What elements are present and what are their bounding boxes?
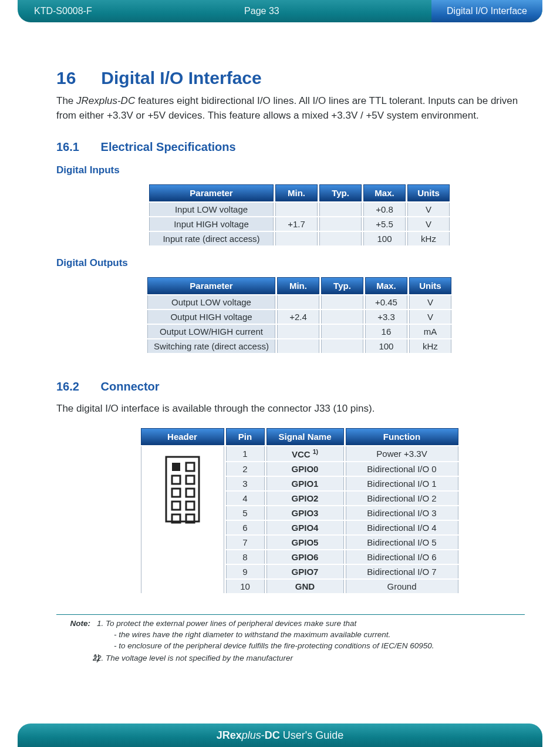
cell-signal: GPIO6 xyxy=(266,550,344,564)
cell-pin: 10 xyxy=(226,580,265,593)
table-row: Input rate (direct access)100kHz xyxy=(149,232,450,245)
table-row: Output LOW/HIGH current16mA xyxy=(147,325,451,338)
cell-max: 100 xyxy=(363,232,406,245)
section-title: Digital I/O Interface xyxy=(101,68,261,88)
subsection-16-1: 16.1 Electrical Specifications xyxy=(56,140,525,154)
cell-typ xyxy=(321,325,363,338)
cell-units: kHz xyxy=(409,339,451,353)
svg-rect-5 xyxy=(172,489,180,497)
cell-min: +1.7 xyxy=(275,217,318,231)
cell-signal: GND xyxy=(266,580,344,593)
col-min: Min. xyxy=(277,277,319,294)
cell-typ xyxy=(321,295,363,309)
cell-signal: GPIO3 xyxy=(266,506,344,520)
cell-pin: 7 xyxy=(226,536,265,549)
table-row: Input HIGH voltage+1.7+5.5V xyxy=(149,217,450,231)
col-parameter: Parameter xyxy=(149,184,274,201)
cell-typ xyxy=(319,217,362,231)
cell-max: +0.8 xyxy=(363,203,406,216)
cell-pin: 5 xyxy=(226,506,265,520)
cell-param: Switching rate (direct access) xyxy=(147,339,275,353)
notes-rule xyxy=(56,614,525,615)
header-pin-icon xyxy=(164,455,201,524)
cell-max: 16 xyxy=(365,325,407,338)
cell-typ xyxy=(319,232,362,245)
cell-units: V xyxy=(407,203,450,216)
cell-signal: GPIO2 xyxy=(266,492,344,505)
table-row: 1VCC 1)Power +3.3V xyxy=(141,446,458,461)
svg-rect-4 xyxy=(186,476,194,484)
connector-table: Header Pin Signal Name Function 1VCC 1)P… xyxy=(139,427,460,594)
subsection-title: Connector xyxy=(101,380,160,393)
cell-units: V xyxy=(407,217,450,231)
cell-max: +5.5 xyxy=(363,217,406,231)
svg-rect-3 xyxy=(172,476,180,484)
cell-function: Bidirectional I/O 4 xyxy=(346,521,458,534)
cell-units: V xyxy=(409,310,451,324)
col-signal: Signal Name xyxy=(266,428,344,445)
col-parameter: Parameter xyxy=(147,277,275,294)
notes-list: To protect the external power lines of p… xyxy=(95,618,434,665)
col-function: Function xyxy=(346,428,458,445)
cell-pin: 6 xyxy=(226,521,265,534)
table-row: Switching rate (direct access)100kHz xyxy=(147,339,451,353)
section-number: 16 xyxy=(56,68,96,88)
table-row: Output HIGH voltage+2.4+3.3V xyxy=(147,310,451,324)
cell-function: Bidirectional I/O 0 xyxy=(346,462,458,476)
cell-units: kHz xyxy=(407,232,450,245)
outputs-body: Output LOW voltage+0.45VOutput HIGH volt… xyxy=(147,295,451,353)
note-item: The voltage level is not specified by th… xyxy=(106,653,434,664)
cell-min xyxy=(277,325,319,338)
col-typ: Typ. xyxy=(321,277,363,294)
page-number: Page 33 xyxy=(92,6,431,16)
section-heading: 16 Digital I/O Interface xyxy=(56,68,525,88)
svg-rect-7 xyxy=(172,502,180,510)
doc-id: KTD-S0008-F xyxy=(18,6,92,16)
cell-pin: 9 xyxy=(226,565,265,578)
digital-inputs-table: Parameter Min. Typ. Max. Units Input LOW… xyxy=(147,183,451,247)
svg-rect-2 xyxy=(186,463,194,471)
intro-paragraph: The JRexplus-DC features eight bidirecti… xyxy=(56,94,525,123)
notes-label: Note: xyxy=(56,618,95,665)
cell-param: Input HIGH voltage xyxy=(149,217,274,231)
col-pin: Pin xyxy=(226,428,265,445)
cell-param: Input rate (direct access) xyxy=(149,232,274,245)
cell-typ xyxy=(321,310,363,324)
digital-outputs-heading: Digital Outputs xyxy=(56,257,525,269)
digital-outputs-table: Parameter Min. Typ. Max. Units Output LO… xyxy=(146,276,453,354)
cell-function: Power +3.3V xyxy=(346,446,458,461)
subsection-title: Electrical Specifications xyxy=(101,140,236,153)
cell-signal: GPIO7 xyxy=(266,565,344,578)
cell-function: Bidirectional I/O 5 xyxy=(346,536,458,549)
cell-signal: GPIO4 xyxy=(266,521,344,534)
cell-signal: VCC 1) xyxy=(266,446,344,461)
cell-max: +0.45 xyxy=(365,295,407,309)
cell-typ xyxy=(321,339,363,353)
cell-units: mA xyxy=(409,325,451,338)
cell-function: Bidirectional I/O 3 xyxy=(346,506,458,520)
cell-min xyxy=(275,232,318,245)
cell-function: Bidirectional I/O 1 xyxy=(346,477,458,490)
subsection-number: 16.1 xyxy=(56,140,97,154)
digital-inputs-heading: Digital Inputs xyxy=(56,164,525,176)
connector-intro: The digital I/O interface is available t… xyxy=(56,402,525,416)
cell-function: Bidirectional I/O 6 xyxy=(346,550,458,564)
cell-min xyxy=(277,339,319,353)
col-header: Header xyxy=(141,428,224,445)
subsection-number: 16.2 xyxy=(56,380,97,393)
svg-rect-8 xyxy=(186,502,194,510)
cell-signal: GPIO1 xyxy=(266,477,344,490)
note-item: To protect the external power lines of p… xyxy=(106,618,434,652)
col-units: Units xyxy=(407,184,450,201)
cell-min xyxy=(277,295,319,309)
footer-title: JRexplus-DC User's Guide xyxy=(217,729,344,742)
cell-min: +2.4 xyxy=(277,310,319,324)
cell-function: Bidirectional I/O 7 xyxy=(346,565,458,578)
cell-max: +3.3 xyxy=(365,310,407,324)
col-max: Max. xyxy=(363,184,406,201)
cell-units: V xyxy=(409,295,451,309)
page-footer-bar: JRexplus-DC User's Guide xyxy=(18,724,542,747)
col-min: Min. xyxy=(275,184,318,201)
table-row: Input LOW voltage+0.8V xyxy=(149,203,450,216)
cell-signal: GPIO0 xyxy=(266,462,344,476)
